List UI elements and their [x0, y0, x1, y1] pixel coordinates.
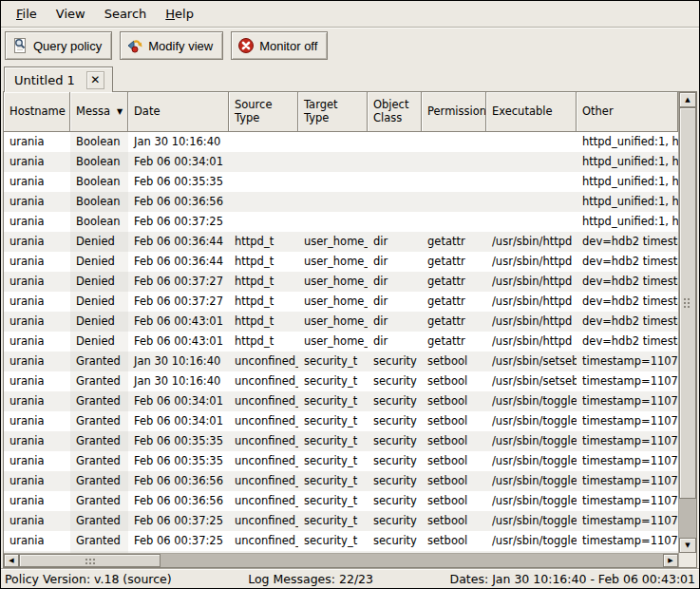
column-header[interactable]: Source Type: [229, 92, 298, 132]
column-header[interactable]: Other: [577, 92, 678, 132]
cell-object-class: security: [368, 471, 422, 491]
cell-target-type: [298, 132, 368, 152]
log-row[interactable]: urania Boolean Feb 06 00:37:25 httpd_uni…: [4, 212, 678, 232]
cell-executable: [486, 152, 577, 172]
log-row[interactable]: urania Granted Jan 30 10:16:40 unconfine…: [4, 371, 678, 391]
log-row[interactable]: urania Granted Feb 06 00:36:56 unconfine…: [4, 491, 678, 511]
log-row[interactable]: urania Boolean Feb 06 00:34:01 httpd_uni…: [4, 152, 678, 172]
monitor-off-icon: [237, 37, 255, 54]
cell-other: httpd_unified:1, h: [577, 172, 678, 192]
cell-other: dev=hdb2 timesta: [577, 292, 678, 312]
cell-executable: /usr/sbin/httpd: [486, 252, 577, 272]
cell-permission: setbool: [422, 491, 486, 511]
modify-view-icon: [126, 37, 143, 54]
cell-date: Feb 06 00:36:56: [128, 192, 229, 212]
vertical-scroll-track[interactable]: [679, 107, 696, 538]
log-row[interactable]: urania Boolean Jan 30 10:16:40 httpd_uni…: [4, 132, 678, 152]
cell-source-type: unconfined_: [229, 371, 298, 391]
column-header-label: Date: [134, 105, 161, 119]
cell-source-type: unconfined_: [229, 451, 298, 471]
log-row[interactable]: urania Denied Feb 06 00:43:01 httpd_t us…: [4, 332, 678, 352]
scroll-down-button[interactable]: ▼: [679, 538, 696, 553]
column-header[interactable]: Date: [128, 92, 229, 132]
log-table: Hostname Messa ▼ Date Source Type: [4, 92, 678, 567]
cell-hostname: urania: [4, 192, 70, 212]
cell-date: Feb 06 00:34:01: [128, 391, 229, 411]
cell-object-class: security: [368, 431, 422, 451]
tab-untitled-1[interactable]: Untitled 1 ✕: [4, 66, 113, 92]
vertical-scroll-thumb[interactable]: [679, 107, 696, 499]
cell-target-type: security_t: [298, 411, 368, 431]
cell-target-type: security_t: [298, 431, 368, 451]
cell-target-type: security_t: [298, 371, 368, 391]
log-row[interactable]: urania Denied Feb 06 00:37:27 httpd_t us…: [4, 292, 678, 312]
menu-item[interactable]: Help: [156, 2, 203, 26]
cell-executable: /usr/sbin/setseb: [486, 371, 577, 391]
cell-permission: getattr: [422, 312, 486, 332]
tab-close-button[interactable]: ✕: [86, 71, 104, 89]
cell-message: Granted: [70, 371, 128, 391]
column-header[interactable]: Executable: [486, 92, 577, 132]
cell-executable: /usr/sbin/toggle: [486, 391, 577, 411]
cell-source-type: unconfined_: [229, 471, 298, 491]
cell-date: Feb 06 00:36:44: [128, 252, 229, 272]
query-policy-button[interactable]: Query policy: [5, 31, 112, 60]
cell-message: Denied: [70, 252, 128, 272]
scroll-up-button[interactable]: ▲: [679, 92, 696, 107]
column-header-label: Executable: [492, 105, 553, 119]
log-row[interactable]: urania Granted Feb 06 00:35:35 unconfine…: [4, 451, 678, 471]
log-row[interactable]: urania Granted Jan 30 10:16:40 unconfine…: [4, 352, 678, 371]
cell-message: Granted: [70, 391, 128, 411]
cell-object-class: security: [368, 531, 422, 551]
cell-object-class: [368, 192, 422, 212]
cell-executable: /usr/sbin/toggle: [486, 451, 577, 471]
status-bar: Policy Version: v.18 (source) Log Messag…: [1, 568, 699, 588]
table-body: urania Boolean Jan 30 10:16:40 httpd_uni…: [4, 132, 678, 553]
log-row[interactable]: urania Granted Feb 06 00:37:25 unconfine…: [4, 531, 678, 551]
column-header[interactable]: Permission: [422, 92, 486, 132]
cell-object-class: dir: [368, 312, 422, 332]
cell-other: timestamp=11076: [577, 411, 678, 431]
column-header[interactable]: Hostname: [4, 92, 70, 132]
log-row[interactable]: urania Granted Feb 06 00:37:25 unconfine…: [4, 511, 678, 531]
log-row[interactable]: urania Denied Feb 06 00:36:44 httpd_t us…: [4, 252, 678, 272]
scroll-right-button[interactable]: ▶: [663, 554, 678, 567]
log-row[interactable]: urania Boolean Feb 06 00:35:35 httpd_uni…: [4, 172, 678, 192]
log-row[interactable]: urania Denied Feb 06 00:36:44 httpd_t us…: [4, 232, 678, 252]
cell-target-type: [298, 152, 368, 172]
cell-hostname: urania: [4, 352, 70, 371]
cell-source-type: unconfined_: [229, 491, 298, 511]
cell-executable: [486, 192, 577, 212]
horizontal-scroll-track[interactable]: [19, 554, 663, 567]
menu-item[interactable]: View: [47, 2, 95, 26]
column-header[interactable]: Object Class: [368, 92, 422, 132]
menu-item[interactable]: Search: [95, 2, 157, 26]
menu-item[interactable]: File: [7, 2, 47, 26]
cell-source-type: unconfined_: [229, 511, 298, 531]
cell-permission: setbool: [422, 531, 486, 551]
tab-bar: Untitled 1 ✕: [1, 64, 699, 91]
cell-permission: getattr: [422, 292, 486, 312]
modify-view-button[interactable]: Modify view: [120, 31, 223, 60]
log-row[interactable]: urania Boolean Feb 06 00:36:56 httpd_uni…: [4, 192, 678, 212]
cell-executable: /usr/sbin/toggle: [486, 531, 577, 551]
cell-date: Feb 06 00:37:25: [128, 531, 229, 551]
horizontal-scroll-thumb[interactable]: [19, 554, 161, 567]
cell-permission: setbool: [422, 411, 486, 431]
table-header-row: Hostname Messa ▼ Date Source Type: [4, 92, 678, 132]
log-row[interactable]: urania Granted Feb 06 00:34:01 unconfine…: [4, 411, 678, 431]
monitor-off-button[interactable]: Monitor off: [231, 31, 328, 60]
log-row[interactable]: urania Granted Feb 06 00:35:35 unconfine…: [4, 431, 678, 451]
log-row[interactable]: urania Granted Feb 06 00:36:56 unconfine…: [4, 471, 678, 491]
cell-date: Jan 30 10:16:40: [128, 132, 229, 152]
column-header[interactable]: Target Type: [298, 92, 368, 132]
cell-message: Granted: [70, 471, 128, 491]
cell-executable: /usr/sbin/httpd: [486, 312, 577, 332]
log-row[interactable]: urania Granted Feb 06 00:34:01 unconfine…: [4, 391, 678, 411]
log-row[interactable]: urania Denied Feb 06 00:43:01 httpd_t us…: [4, 312, 678, 332]
column-header[interactable]: Messa ▼: [70, 92, 128, 132]
cell-permission: setbool: [422, 511, 486, 531]
log-row[interactable]: urania Denied Feb 06 00:37:27 httpd_t us…: [4, 272, 678, 292]
scroll-left-button[interactable]: ◀: [4, 554, 19, 567]
arrow-left-icon: ◀: [9, 557, 13, 564]
